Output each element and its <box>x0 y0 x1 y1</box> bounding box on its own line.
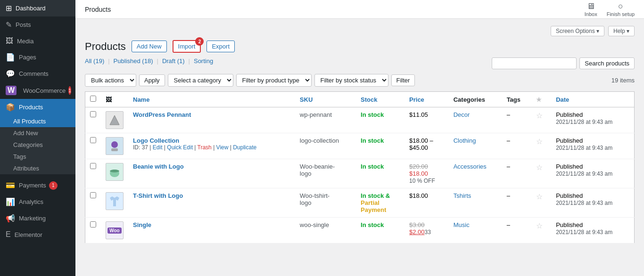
analytics-icon: 📊 <box>6 197 15 206</box>
topbar-finish-setup[interactable]: ○ Finish setup <box>607 1 635 17</box>
sidebar-item-dashboard[interactable]: ⊞ Dashboard <box>0 0 75 16</box>
row-sku: Woo-beanie-logo <box>295 159 356 188</box>
product-image <box>106 192 124 210</box>
filter-tabs: All (19) | Published (18) | Draft (1) | … <box>85 57 213 65</box>
stock-status-select[interactable]: Filter by stock status <box>314 74 388 87</box>
payments-icon: 💳 <box>6 181 15 190</box>
svg-marker-0 <box>110 115 119 125</box>
product-image <box>106 137 124 155</box>
page-title: Products <box>85 41 126 53</box>
page-header: Products Add New Import 2 Export <box>85 40 635 53</box>
row-tags: – <box>502 159 531 188</box>
finish-setup-icon: ○ <box>618 1 623 11</box>
sidebar-submenu-categories[interactable]: Categories <box>0 139 75 151</box>
star-icon[interactable]: ☆ <box>536 193 543 201</box>
product-link[interactable]: Logo Collection <box>133 137 290 144</box>
product-link[interactable]: Single <box>133 221 290 228</box>
media-icon: 🖼 <box>6 37 13 45</box>
star-icon[interactable]: ☆ <box>536 138 543 146</box>
product-link[interactable]: Beanie with Logo <box>133 163 290 170</box>
filter-button[interactable]: Filter <box>391 74 415 86</box>
row-sku: woo-single <box>295 218 356 244</box>
help-button[interactable]: Help ▾ <box>608 26 635 36</box>
row-categories: Tshirts <box>449 188 502 218</box>
image-icon: 🖼 <box>106 96 112 103</box>
bulk-actions-select[interactable]: Bulk actions <box>85 74 136 87</box>
row-categories: Decor <box>449 107 502 133</box>
apply-button[interactable]: Apply <box>139 74 165 86</box>
star-icon[interactable]: ☆ <box>536 222 543 230</box>
th-stock[interactable]: Stock <box>356 92 405 107</box>
row-stock: In stock <box>356 133 405 159</box>
screen-options-button[interactable]: Screen Options ▾ <box>551 26 604 36</box>
export-button[interactable]: Export <box>206 41 235 52</box>
row-price: $11.05 <box>405 107 449 133</box>
payments-badge: 1 <box>49 181 58 190</box>
category-select[interactable]: Select a category <box>168 74 233 87</box>
row-date: Published2021/11/28 at 9:43 am <box>551 133 634 159</box>
sidebar-submenu-products: All Products Add New Categories Tags Att… <box>0 115 75 174</box>
row-name: T-Shirt with Logo Edit | Quick Edit | Tr… <box>128 188 295 218</box>
row-date: Published2021/11/28 at 9:43 am <box>551 107 634 133</box>
row-categories: Accessories <box>449 159 502 188</box>
table-row: Beanie with Logo Edit | Quick Edit | Tra… <box>85 159 635 188</box>
actions-row: Bulk actions Apply Select a category Fil… <box>85 74 635 87</box>
sidebar-submenu-attributes[interactable]: Attributes <box>0 162 75 174</box>
product-image <box>106 111 124 129</box>
row-sku: logo-collection <box>295 133 356 159</box>
th-featured[interactable]: ★ <box>531 92 552 107</box>
filter-tab-draft[interactable]: Draft (1) <box>162 57 185 65</box>
sidebar-item-analytics[interactable]: 📊 Analytics <box>0 194 75 210</box>
product-type-select[interactable]: Filter by product type <box>236 74 312 87</box>
sidebar-item-posts[interactable]: ✎ Posts <box>0 16 75 33</box>
row-name: WordPress Pennant Edit | Quick Edit | Tr… <box>128 107 295 133</box>
row-checkbox <box>85 218 101 244</box>
th-name[interactable]: Name <box>128 92 295 107</box>
svg-rect-4 <box>110 170 119 172</box>
sidebar-item-products[interactable]: 📦 Products <box>0 99 75 115</box>
products-icon: 📦 <box>6 103 15 112</box>
topbar-inbox[interactable]: 🖥 Inbox <box>585 1 597 17</box>
sidebar-item-marketing[interactable]: 📢 Marketing <box>0 210 75 227</box>
sidebar-item-comments[interactable]: 💬 Comments <box>0 65 75 82</box>
sidebar-item-elementor[interactable]: E Elementor <box>0 227 75 243</box>
row-thumbnail <box>101 159 128 188</box>
search-area: Search products <box>492 57 635 69</box>
product-image <box>106 163 124 181</box>
dashboard-icon: ⊞ <box>6 4 12 13</box>
search-products-button[interactable]: Search products <box>579 57 635 69</box>
woocommerce-icon: W <box>6 86 17 95</box>
star-icon[interactable]: ☆ <box>536 112 543 120</box>
sidebar-submenu-all-products[interactable]: All Products <box>0 115 75 127</box>
sidebar-item-payments[interactable]: 💳 Payments 1 <box>0 177 75 194</box>
row-date: Published2021/11/28 at 9:43 am <box>551 188 634 218</box>
th-sku[interactable]: SKU <box>295 92 356 107</box>
row-id: ID: 37 | Edit | Quick Edit | Trash | Vie… <box>133 144 290 151</box>
sidebar-submenu-tags[interactable]: Tags <box>0 151 75 162</box>
row-tags: – <box>502 218 531 244</box>
row-checkbox <box>85 188 101 218</box>
sidebar-submenu-add-new[interactable]: Add New <box>0 127 75 139</box>
product-link[interactable]: T-Shirt with Logo <box>133 192 290 199</box>
th-price[interactable]: Price <box>405 92 449 107</box>
topbar-title: Products <box>85 6 111 13</box>
row-thumbnail <box>101 188 128 218</box>
marketing-icon: 📢 <box>6 214 15 223</box>
product-link[interactable]: WordPress Pennant <box>133 111 290 118</box>
filter-tab-sorting[interactable]: Sorting <box>194 57 213 65</box>
filter-tab-published[interactable]: Published (18) <box>114 57 153 65</box>
sidebar-item-media[interactable]: 🖼 Media <box>0 33 75 49</box>
import-button[interactable]: Import 2 <box>173 40 201 53</box>
search-input[interactable] <box>492 57 577 69</box>
th-date[interactable]: Date <box>551 92 634 107</box>
sidebar-item-pages[interactable]: 📄 Pages <box>0 49 75 65</box>
row-categories: Music <box>449 218 502 244</box>
select-all-checkbox[interactable] <box>90 96 96 102</box>
sidebar-item-woocommerce[interactable]: W WooCommerce 1 <box>0 82 75 99</box>
row-tags: – <box>502 133 531 159</box>
add-new-button[interactable]: Add New <box>132 41 167 52</box>
table-header-row: 🖼 Name SKU Stock Price Categories Tags ★… <box>85 92 635 107</box>
sidebar: ⊞ Dashboard ✎ Posts 🖼 Media 📄 Pages 💬 Co… <box>0 0 75 276</box>
star-icon[interactable]: ☆ <box>536 163 543 171</box>
filter-tab-all[interactable]: All (19) <box>85 57 104 65</box>
